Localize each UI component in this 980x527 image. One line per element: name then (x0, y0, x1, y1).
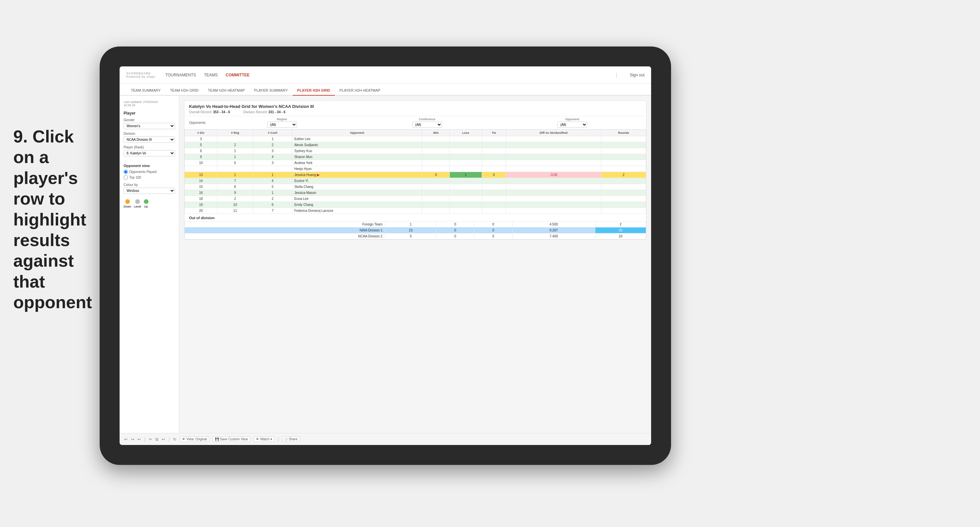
table-row[interactable]: 1063Andrea York (185, 160, 646, 166)
redo-icon[interactable]: ↩ (138, 437, 141, 442)
col-rounds: Rounds (601, 130, 646, 136)
table-row[interactable]: 1822Euna Lee (185, 196, 646, 202)
player-rank-label: Player (Rank) (124, 146, 175, 149)
table-row[interactable]: 1585Stella Chang (185, 184, 646, 190)
col-div: # Div (185, 130, 217, 136)
col-tie: Tie (482, 130, 506, 136)
main-table: # Div # Reg # Conf Opponent Win Loss Tie… (185, 130, 646, 214)
region-filter-label: Region (277, 117, 287, 121)
tab-team-h2h-grid[interactable]: TEAM H2H GRID (165, 86, 203, 96)
col-conf: # Conf (253, 130, 292, 136)
tablet-screen: SCOREBOARD Powered by clippi TOURNAMENTS… (119, 67, 651, 445)
nav-teams[interactable]: TEAMS (204, 71, 218, 79)
logo: SCOREBOARD Powered by clippi (126, 72, 156, 78)
scissors-icon[interactable]: ✂ (149, 437, 152, 442)
tab-team-summary[interactable]: TEAM SUMMARY (126, 86, 165, 96)
save-custom-view-btn[interactable]: 💾 Save Custom View (213, 437, 250, 442)
out-of-div-row[interactable]: NAIA Division 115009.26730 (185, 227, 646, 233)
table-row[interactable]: 20117Federica Domecq Lacroze (185, 208, 646, 214)
legend-down: Down (124, 199, 131, 208)
table-row[interactable]: 1311Jessica Huang ▶010-3.002 (185, 172, 646, 178)
redo-back-icon[interactable]: ↪ (131, 437, 134, 442)
toolbar: ↩ ↪ ↩ | ✂ ⧉ ↩ | ↻ 👁 View: Original 💾 Sav… (119, 433, 651, 445)
region-filter-select[interactable]: (All) (267, 122, 297, 128)
annotation-text: 9. Click on a player's row to highlight … (13, 126, 96, 313)
nav-committee[interactable]: COMMITTEE (226, 71, 250, 79)
table-row[interactable]: 522Alexis Sudjianto (185, 142, 646, 148)
sign-out-button[interactable]: Sign out (630, 73, 644, 77)
opponents-label: Opponents: (189, 121, 206, 125)
filters-row: Opponents: Region (All) Conference (185, 116, 646, 130)
legend-level: Level (134, 199, 141, 208)
player-rank-select[interactable]: 8. Katelyn Vo (124, 150, 175, 156)
conference-filter-select[interactable]: (All) (412, 122, 442, 128)
table-header-row: # Div # Reg # Conf Opponent Win Loss Tie… (185, 130, 646, 136)
save-icon: 💾 (215, 437, 219, 441)
tab-team-h2h-heatmap[interactable]: TEAM H2H HEATMAP (203, 86, 250, 96)
eye-icon: 👁 (182, 437, 185, 441)
watch-icon: 👁 (256, 437, 259, 441)
share-icon: ⬡ (285, 437, 288, 441)
col-loss: Loss (450, 130, 482, 136)
tablet-frame: SCOREBOARD Powered by clippi TOURNAMENTS… (100, 46, 671, 465)
legend-up: Up (144, 199, 148, 208)
grid-records: Overall Record: 353 - 34 - 6 Division Re… (189, 110, 641, 114)
nav-links: TOURNAMENTS TEAMS COMMITTEE (165, 71, 606, 79)
col-opponent: Opponent (292, 130, 422, 136)
grid-header: Katelyn Vo Head-to-Head Grid for Women's… (185, 101, 646, 116)
colour-by-label: Colour by (124, 183, 175, 187)
out-of-div-table: Foreign Team1004.5002NAIA Division 11500… (185, 221, 646, 240)
main-content: Last Updated: 27/03/2024 16:55:28 Player… (119, 96, 651, 433)
copy-icon[interactable]: ⧉ (156, 437, 159, 442)
division-label: Division (124, 132, 175, 135)
out-of-div-row[interactable]: Foreign Team1004.5002 (185, 222, 646, 227)
out-of-div-row[interactable]: NCAA Division 25007.40010 (185, 233, 646, 240)
out-of-division-label: Out of division (185, 214, 646, 221)
undo2-icon[interactable]: ↩ (162, 437, 165, 442)
sub-nav: TEAM SUMMARY TEAM H2H GRID TEAM H2H HEAT… (119, 84, 651, 96)
tab-player-summary[interactable]: PLAYER SUMMARY (250, 86, 293, 96)
table-row[interactable]: 914Sharon Mun (185, 154, 646, 160)
undo-icon[interactable]: ↩ (124, 437, 127, 442)
timestamp: Last Updated: 27/03/2024 16:55:28 (124, 100, 175, 107)
radio-opponents-played[interactable]: Opponents Played (124, 170, 175, 174)
table-row[interactable]: 1691Jessica Mason (185, 190, 646, 196)
view-original-btn[interactable]: 👁 View: Original (180, 437, 209, 442)
table-row[interactable]: 1474Eunice Yi (185, 178, 646, 184)
nav-bar: SCOREBOARD Powered by clippi TOURNAMENTS… (119, 67, 651, 84)
refresh-icon[interactable]: ↻ (173, 437, 177, 442)
nav-tournaments[interactable]: TOURNAMENTS (165, 71, 196, 79)
grid-container: Katelyn Vo Head-to-Head Grid for Women's… (184, 100, 646, 240)
conference-filter-label: Conference (419, 117, 436, 121)
tab-player-h2h-grid[interactable]: PLAYER H2H GRID (293, 86, 335, 96)
grid-title: Katelyn Vo Head-to-Head Grid for Women's… (189, 104, 641, 109)
legend: Down Level Up (124, 199, 175, 208)
grid-area: Katelyn Vo Head-to-Head Grid for Women's… (180, 96, 651, 433)
colour-section: Colour by Win/loss (124, 183, 175, 197)
opponent-view-title: Opponent view (124, 164, 175, 168)
tab-player-h2h-heatmap[interactable]: PLAYER H2H HEATMAP (335, 86, 385, 96)
table-row[interactable]: 19106Emily Chang (185, 202, 646, 208)
opponent-filter-label: Opponent (565, 117, 579, 121)
share-btn[interactable]: ⬡ Share (282, 437, 300, 442)
player-section-title: Player (124, 111, 175, 116)
opponent-filter-select[interactable]: (All) (557, 122, 587, 128)
radio-top100[interactable]: Top 100 (124, 175, 175, 179)
gender-select[interactable]: Women's (124, 123, 175, 129)
col-win: Win (422, 130, 450, 136)
col-reg: # Reg (217, 130, 253, 136)
table-row[interactable]: 31Esther Lee (185, 136, 646, 142)
gender-label: Gender (124, 118, 175, 122)
table-row[interactable]: Heejo Hyun (185, 166, 646, 172)
division-select[interactable]: NCAA Division III (124, 137, 175, 143)
watch-btn[interactable]: 👁 Watch ▾ (253, 437, 274, 442)
col-diff: Diff Av Strokes/Rnd (506, 130, 601, 136)
sidebar: Last Updated: 27/03/2024 16:55:28 Player… (119, 96, 180, 433)
table-row[interactable]: 613Sydney Kuo (185, 148, 646, 154)
colour-by-select[interactable]: Win/loss (124, 187, 175, 194)
